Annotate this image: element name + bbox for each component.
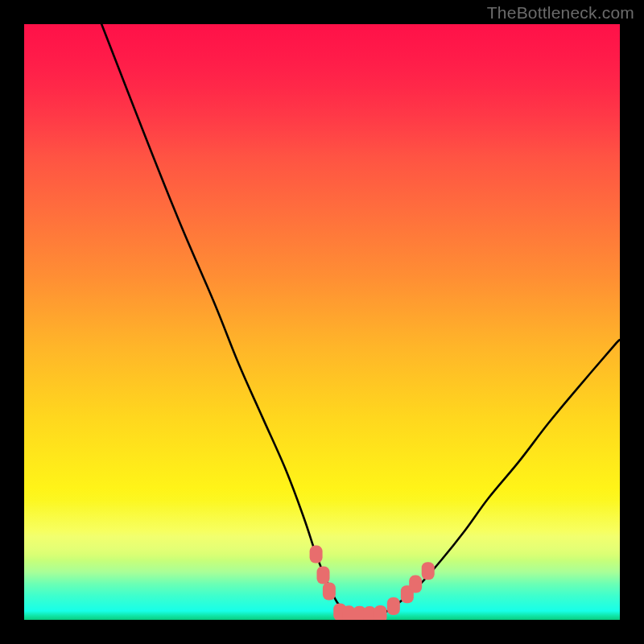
chart-frame: TheBottleneck.com xyxy=(0,0,644,644)
curve-marker xyxy=(387,597,400,615)
curve-marker xyxy=(374,605,387,620)
plot-area xyxy=(24,24,620,620)
curve-marker xyxy=(422,562,435,580)
curve-marker xyxy=(323,582,336,600)
curve-marker xyxy=(316,567,329,584)
bottleneck-curve xyxy=(101,24,620,615)
curve-layer xyxy=(24,24,620,620)
markers-group xyxy=(310,546,435,620)
attribution-label: TheBottleneck.com xyxy=(487,3,634,23)
curve-marker xyxy=(409,576,422,593)
curve-marker xyxy=(310,546,323,564)
